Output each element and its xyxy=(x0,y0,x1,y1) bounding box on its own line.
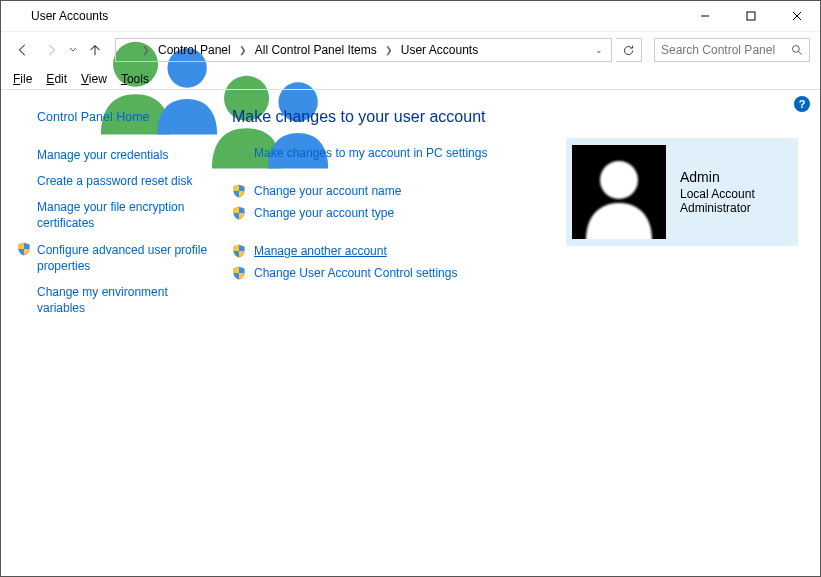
svg-point-6 xyxy=(793,46,800,53)
menu-tools[interactable]: Tools xyxy=(121,72,149,86)
shield-icon xyxy=(232,244,246,258)
sidebar-link[interactable]: Manage your file encryption certificates xyxy=(19,194,208,236)
action-link-label: Change your account name xyxy=(254,184,401,198)
sidebar-link-label: Manage your file encryption certificates xyxy=(37,200,184,230)
main-panel: Make changes to your user account Make c… xyxy=(216,90,820,576)
control-panel-home-link[interactable]: Control Panel Home xyxy=(19,104,208,142)
sidebar-link-label: Change my environment variables xyxy=(37,285,168,315)
svg-rect-3 xyxy=(747,12,755,20)
refresh-button[interactable] xyxy=(616,38,642,62)
breadcrumb-item[interactable]: User Accounts xyxy=(395,39,484,61)
back-button[interactable] xyxy=(11,38,35,62)
sidebar: Control Panel Home Manage your credentia… xyxy=(1,90,216,576)
action-link-label: Manage another account xyxy=(254,244,387,258)
breadcrumb-item[interactable]: Control Panel xyxy=(152,39,237,61)
maximize-button[interactable] xyxy=(728,1,774,31)
address-dropdown-icon[interactable]: ⌄ xyxy=(589,45,609,55)
shield-icon xyxy=(232,266,246,280)
address-bar[interactable]: ❯ Control Panel ❯ All Control Panel Item… xyxy=(115,38,612,62)
sidebar-link[interactable]: Change my environment variables xyxy=(19,279,208,321)
menu-file[interactable]: File xyxy=(13,72,32,86)
history-dropdown[interactable] xyxy=(67,46,79,54)
menu-edit[interactable]: Edit xyxy=(46,72,67,86)
close-button[interactable] xyxy=(774,1,820,31)
sidebar-link[interactable]: Configure advanced user profile properti… xyxy=(19,237,208,279)
chevron-icon: ❯ xyxy=(140,45,152,55)
action-link[interactable]: Change User Account Control settings xyxy=(232,262,804,284)
location-icon xyxy=(120,42,136,58)
action-link-label: Change User Account Control settings xyxy=(254,266,457,280)
shield-icon xyxy=(17,242,31,256)
svg-point-9 xyxy=(600,161,638,199)
avatar xyxy=(572,145,666,239)
search-icon xyxy=(791,44,803,56)
shield-icon xyxy=(232,184,246,198)
chevron-icon: ❯ xyxy=(383,45,395,55)
page-heading: Make changes to your user account xyxy=(232,108,804,126)
chevron-icon: ❯ xyxy=(237,45,249,55)
sidebar-link[interactable]: Create a password reset disk xyxy=(19,168,208,194)
account-type: Local Account xyxy=(680,187,755,201)
account-name: Admin xyxy=(680,169,755,185)
menu-view[interactable]: View xyxy=(81,72,107,86)
search-placeholder: Search Control Panel xyxy=(661,43,775,57)
svg-line-7 xyxy=(799,52,802,55)
action-link-label: Change your account type xyxy=(254,206,394,220)
app-icon xyxy=(9,8,25,24)
help-icon[interactable]: ? xyxy=(794,96,810,112)
up-button[interactable] xyxy=(83,38,107,62)
window-title: User Accounts xyxy=(31,9,682,23)
account-card: Admin Local Account Administrator xyxy=(566,138,798,246)
forward-button[interactable] xyxy=(39,38,63,62)
sidebar-link-label: Create a password reset disk xyxy=(37,174,192,188)
account-role: Administrator xyxy=(680,201,755,215)
minimize-button[interactable] xyxy=(682,1,728,31)
sidebar-link[interactable]: Manage your credentials xyxy=(19,142,208,168)
search-input[interactable]: Search Control Panel xyxy=(654,38,810,62)
sidebar-link-label: Manage your credentials xyxy=(37,148,168,162)
breadcrumb-item[interactable]: All Control Panel Items xyxy=(249,39,383,61)
sidebar-link-label: Configure advanced user profile properti… xyxy=(37,243,207,273)
shield-icon xyxy=(232,206,246,220)
